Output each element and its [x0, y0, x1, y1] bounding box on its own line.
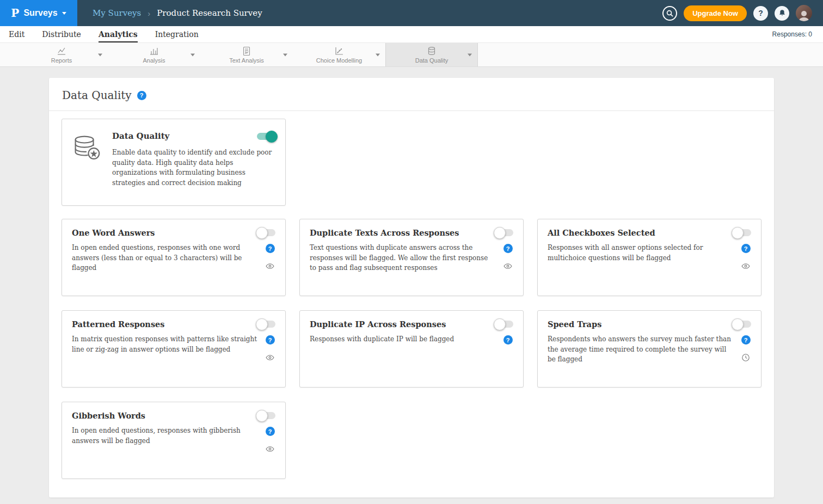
user-avatar[interactable] [796, 5, 812, 21]
upgrade-now-button[interactable]: Upgrade Now [684, 5, 747, 21]
master-card-description: Enable data quality to identify and excl… [112, 147, 275, 188]
card-description: Responses with all answer options select… [548, 243, 734, 271]
data-quality-database-badge-icon [72, 131, 102, 195]
card-title: Patterned Responses [72, 319, 164, 329]
master-card-content: Data Quality Enable data quality to iden… [112, 131, 275, 195]
card-title: Duplicate Texts Across Responses [310, 228, 459, 237]
card-toggle[interactable] [257, 229, 275, 236]
panel-header: Data Quality [49, 78, 774, 111]
text-analysis-icon [242, 46, 251, 56]
brand-label: Surveys [23, 8, 57, 18]
questionpro-logo-icon: P [11, 8, 19, 19]
quality-check-card: All Checkboxes Selected Responses with a… [537, 219, 761, 296]
help-icon[interactable] [741, 244, 751, 253]
card-title: All Checkboxes Selected [548, 228, 655, 237]
nav-item-analytics[interactable]: Analytics [99, 26, 138, 42]
tab-label: Reports [51, 57, 72, 64]
chevron-down-icon[interactable] [98, 53, 102, 56]
help-circle-icon[interactable]: ? [753, 6, 768, 21]
survey-subnav: EditDistributeAnalyticsIntegration Respo… [0, 26, 823, 43]
card-description: Text questions with duplicate answers ac… [310, 243, 496, 273]
card-description: In matrix question responses with patter… [72, 334, 258, 362]
reports-chart-icon [57, 46, 66, 56]
card-title: Gibberish Words [72, 411, 145, 420]
clock-icon[interactable] [741, 353, 750, 362]
chevron-down-icon[interactable] [283, 53, 287, 56]
page-help-icon[interactable] [137, 91, 146, 100]
card-toggle[interactable] [495, 321, 513, 328]
breadcrumb: My Surveys Product Research Survey [93, 8, 262, 18]
analytics-toolbar: Reports Analysis Text Analysis Choice Mo… [0, 43, 823, 67]
notifications-bell-icon[interactable] [775, 6, 789, 21]
card-toggle[interactable] [257, 321, 275, 328]
help-icon[interactable] [503, 335, 513, 345]
tab-label: Analysis [143, 57, 165, 64]
card-toggle[interactable] [733, 229, 751, 236]
responses-count: Responses: 0 [772, 30, 812, 38]
quality-check-card: Speed Traps Respondents who answers the … [537, 310, 761, 388]
quality-check-card: Patterned Responses In matrix question r… [62, 310, 286, 388]
tab-label: Text Analysis [229, 57, 264, 64]
quality-check-card: Duplicate Texts Across Responses Text qu… [299, 219, 524, 296]
tab-analysis[interactable]: Analysis [108, 43, 200, 66]
card-icons [740, 243, 751, 271]
quality-check-card: Gibberish Words In open ended questions,… [62, 402, 286, 479]
card-icons [265, 426, 275, 453]
chevron-down-icon[interactable] [376, 53, 380, 56]
data-quality-master-card: Data Quality Enable data quality to iden… [62, 119, 286, 206]
card-title: Duplicate IP Across Responses [310, 319, 446, 329]
card-icons [265, 243, 275, 273]
card-toggle[interactable] [733, 321, 751, 328]
eye-icon[interactable] [741, 262, 750, 271]
cards-grid: One Word Answers In open ended questions… [62, 219, 761, 479]
nav-item-distribute[interactable]: Distribute [42, 26, 81, 42]
tab-label: Choice Modelling [316, 57, 362, 64]
master-card-title: Data Quality [112, 131, 169, 141]
quality-check-card: Duplicate IP Across Responses Responses … [299, 310, 524, 388]
analysis-chart-icon [149, 46, 159, 56]
eye-icon[interactable] [503, 262, 512, 271]
nav-item-integration[interactable]: Integration [155, 26, 199, 42]
card-description: Respondents who answers the survey much … [548, 334, 734, 365]
chevron-down-icon[interactable] [191, 53, 195, 56]
help-icon[interactable] [741, 335, 751, 345]
chevron-down-icon[interactable] [468, 53, 472, 56]
card-icons [502, 334, 513, 345]
top-bar: P Surveys My Surveys Product Research Su… [0, 0, 823, 26]
page-content: Data Quality [0, 67, 823, 504]
quality-check-card: One Word Answers In open ended questions… [62, 219, 286, 296]
breadcrumb-my-surveys[interactable]: My Surveys [93, 8, 141, 18]
chevron-down-icon [62, 12, 66, 15]
eye-icon[interactable] [266, 445, 274, 453]
breadcrumb-current-survey: Product Research Survey [157, 8, 262, 18]
help-icon[interactable] [266, 335, 275, 345]
page-title: Data Quality [62, 89, 132, 102]
card-icons [740, 334, 751, 365]
eye-icon[interactable] [266, 262, 274, 271]
tab-reports[interactable]: Reports [15, 43, 108, 66]
search-icon[interactable] [662, 6, 677, 21]
tab-choice-modelling[interactable]: Choice Modelling [293, 43, 385, 66]
breadcrumb-separator-icon [148, 9, 150, 18]
tab-label: Data Quality [415, 57, 449, 64]
header-actions: Upgrade Now ? [662, 5, 823, 21]
subnav-items: EditDistributeAnalyticsIntegration [9, 26, 199, 42]
panel-body: Data Quality Enable data quality to iden… [49, 111, 774, 479]
tab-text-analysis[interactable]: Text Analysis [200, 43, 293, 66]
eye-icon[interactable] [266, 353, 274, 362]
card-title: One Word Answers [72, 228, 155, 237]
help-icon[interactable] [503, 244, 513, 253]
choice-modelling-icon [334, 46, 344, 56]
card-icons [502, 243, 513, 273]
help-icon[interactable] [266, 427, 275, 436]
card-title: Speed Traps [548, 319, 601, 329]
card-toggle[interactable] [257, 412, 275, 419]
card-toggle[interactable] [495, 229, 513, 236]
app-switcher-surveys[interactable]: P Surveys [0, 0, 77, 26]
card-description: Responses with duplicate IP will be flag… [310, 334, 496, 345]
help-icon[interactable] [266, 244, 275, 253]
nav-item-edit[interactable]: Edit [9, 26, 24, 42]
card-icons [265, 334, 275, 362]
tab-data-quality[interactable]: Data Quality [385, 43, 478, 66]
data-quality-toggle[interactable] [257, 133, 275, 140]
